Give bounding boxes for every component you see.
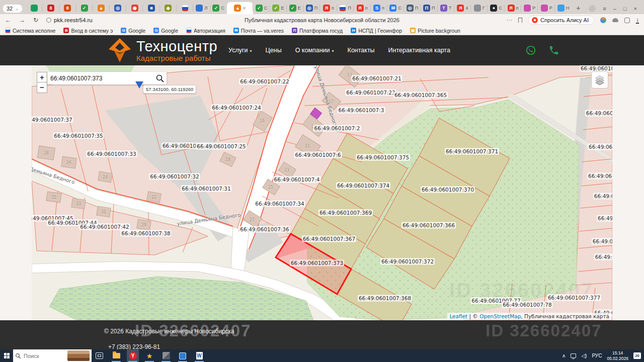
taskbar-app-word[interactable]: W: [193, 349, 205, 362]
browser-tab[interactable]: 8: [42, 2, 59, 14]
browser-tab[interactable]: [177, 2, 193, 14]
network-icon[interactable]: [571, 353, 576, 358]
footer-phone[interactable]: +7 (383) 223-96-81: [108, 343, 160, 349]
map-marker[interactable]: [135, 81, 143, 88]
language-indicator[interactable]: РУС: [592, 353, 602, 358]
browser-tab[interactable]: ✓С: [253, 2, 270, 14]
browser-tab[interactable]: ◎П: [303, 2, 320, 14]
browser-tab[interactable]: ◉: [126, 2, 143, 14]
browser-tab[interactable]: ✉С: [387, 2, 404, 14]
browser-tab[interactable]: ✓С: [210, 2, 227, 14]
bookmark-icon[interactable]: [518, 18, 522, 23]
address-bar[interactable]: pkk.reestr54.ru: [46, 17, 93, 23]
whatsapp-icon[interactable]: [525, 45, 536, 56]
browser-tab[interactable]: П: [337, 2, 354, 14]
browser-tab[interactable]: ✓Е: [270, 2, 286, 14]
zoom-out-button[interactable]: −: [37, 82, 47, 93]
browser-tab[interactable]: Н: [555, 2, 572, 14]
browser-tab[interactable]: ПП: [421, 2, 437, 14]
tab-title: Н: [566, 6, 570, 11]
taskbar-clock[interactable]: 15:14 05.02.2026: [607, 350, 628, 361]
browser-tab[interactable]: ▲×: [227, 2, 253, 14]
tray-expand-icon[interactable]: ∧: [562, 353, 566, 358]
nav-item-о-компании[interactable]: О компании▾: [295, 47, 334, 54]
browser-tab[interactable]: ТТ: [438, 2, 454, 14]
browser-tab[interactable]: Яп: [320, 2, 337, 14]
taskbar-app-yandex-browser[interactable]: Y: [127, 349, 139, 362]
volume-icon[interactable]: ◁): [581, 353, 587, 358]
browser-tab[interactable]: ✓: [76, 2, 93, 14]
browser-tab[interactable]: ■: [143, 2, 159, 14]
nav-item-контакты[interactable]: Контакты: [348, 47, 375, 54]
new-tab-button[interactable]: +: [572, 4, 584, 14]
bookmark-item[interactable]: ▣Picture backgroun: [410, 28, 460, 34]
start-button[interactable]: [0, 353, 13, 358]
bookmark-item[interactable]: Авторизация: [186, 28, 225, 34]
browser-tab[interactable]: ◎: [110, 2, 126, 14]
reload-button[interactable]: ↻: [33, 17, 38, 24]
browser-tab[interactable]: Л: [193, 2, 210, 14]
phone-icon[interactable]: [548, 45, 559, 56]
site-logo[interactable]: Техноцентр Кадастровые работы: [108, 38, 217, 63]
browser-tab[interactable]: Яп: [354, 2, 370, 14]
taskbar-app-photos[interactable]: [160, 349, 172, 362]
bookmark-item[interactable]: GGoogle: [121, 28, 145, 34]
layers-control[interactable]: [591, 71, 608, 88]
browser-tab[interactable]: 8: [59, 2, 76, 14]
taskbar-search[interactable]: [13, 349, 92, 362]
browser-tab[interactable]: ◆: [160, 2, 177, 14]
parcel-label: 66:49:0601007:35: [53, 133, 104, 139]
site-security-icon[interactable]: [46, 18, 51, 23]
browser-tab[interactable]: Яп: [505, 2, 521, 14]
taskbar-app-favorites[interactable]: ★: [143, 349, 155, 362]
task-view-button[interactable]: [96, 352, 103, 359]
osm-link[interactable]: OpenStreetMap: [479, 313, 521, 319]
browser-tab[interactable]: ◎П: [404, 2, 421, 14]
bookmark-item[interactable]: GGoogle: [153, 28, 178, 34]
download-icon[interactable]: ↓: [636, 17, 639, 24]
nav-item-цены[interactable]: Цены: [266, 47, 282, 54]
search-icon[interactable]: [155, 74, 165, 83]
search-highlight-thumbnail[interactable]: [67, 350, 90, 361]
map-search-input[interactable]: [47, 75, 155, 82]
browser-tab[interactable]: Г: [471, 2, 488, 14]
bookmark-item[interactable]: ✉Почта — va.veres: [233, 28, 284, 34]
tab-counter[interactable]: 32 ⌄: [3, 5, 22, 13]
forward-button[interactable]: →: [19, 17, 25, 24]
taskbar-app-explorer[interactable]: [110, 349, 122, 362]
bookmark-item[interactable]: Система исполне: [5, 28, 55, 34]
profile-avatar[interactable]: [589, 5, 596, 12]
bookmark-item[interactable]: ППлатформа госуд: [292, 28, 343, 34]
browser-tab[interactable]: ✓Е: [287, 2, 303, 14]
more-icon[interactable]: ⋯: [506, 17, 512, 24]
browser-tab[interactable]: ●С: [488, 2, 504, 14]
notification-center-icon[interactable]: 20: [633, 352, 641, 359]
bookmark-item[interactable]: ННСПД | Геоинфор: [351, 28, 402, 34]
zoom-in-button[interactable]: +: [37, 72, 47, 82]
browser-tab[interactable]: Sп: [370, 2, 387, 14]
close-button[interactable]: ×: [634, 6, 637, 12]
browser-tab[interactable]: ▲: [93, 2, 109, 14]
map-container[interactable]: ID 326602407 66:49:0601007:2266:49:06010…: [32, 65, 612, 320]
word-icon: W: [196, 352, 203, 359]
nav-item-услуги[interactable]: Услуги▾: [228, 47, 252, 54]
extension-icon[interactable]: [600, 17, 606, 23]
minimize-button[interactable]: –: [613, 6, 616, 12]
alice-ai-button[interactable]: Спросить Алису AI: [528, 16, 594, 25]
leaflet-link[interactable]: Leaflet: [449, 313, 467, 319]
nav-item-интерактивная-карта[interactable]: Интерактивная карта: [388, 47, 450, 54]
bookmark-item[interactable]: ВВход в систему э: [63, 28, 113, 34]
maximize-button[interactable]: □: [623, 6, 627, 12]
taskbar-app-remote[interactable]: [177, 349, 189, 362]
browser-tab[interactable]: [26, 2, 42, 14]
browser-tab[interactable]: Я4: [454, 2, 471, 14]
back-button[interactable]: ←: [5, 17, 11, 24]
tab-close-icon[interactable]: ×: [243, 6, 246, 11]
browser-tab[interactable]: Р: [521, 2, 538, 14]
taskbar-search-input[interactable]: [24, 353, 65, 359]
browser-tab[interactable]: Р: [538, 2, 554, 14]
browser-menu-button[interactable]: ≡: [603, 6, 606, 12]
parcel-label: 66:49:0601007:372: [380, 258, 435, 265]
collections-icon[interactable]: [624, 18, 630, 23]
adblock-icon[interactable]: [612, 18, 618, 22]
